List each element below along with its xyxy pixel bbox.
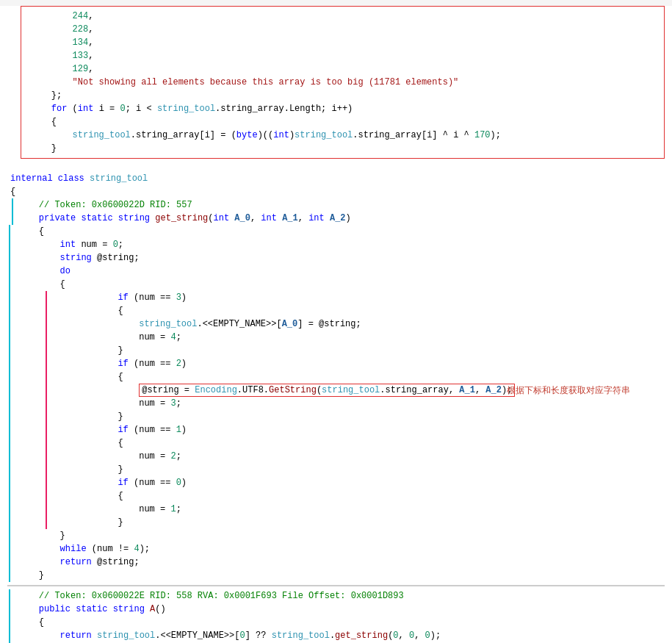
line: num = 2; [51, 450, 665, 463]
code-text: { [18, 278, 665, 291]
line: string_tool.string_array[i] = (byte)((in… [27, 129, 658, 142]
code-text: // Token: 0x0600022E RID: 558 RVA: 0x000… [18, 589, 665, 603]
line: { [7, 185, 665, 198]
line: public static string A() [15, 603, 665, 616]
line: } [51, 516, 665, 529]
line: 228, [27, 23, 658, 36]
line: if (num == 2) [51, 357, 665, 370]
line: }; [27, 89, 658, 102]
line: string @string; [15, 251, 665, 265]
code-text: private static string get_string(int A_0… [18, 213, 351, 223]
code-text: { [18, 225, 665, 238]
code-text: for (int i = 0; i < string_tool.string_a… [30, 102, 658, 115]
line: { [51, 437, 665, 450]
if-block-0: if (num == 0) { num = 1; } [46, 476, 665, 529]
code-text: num = 3; [54, 397, 665, 410]
code-text: if (num == 2) [54, 357, 665, 370]
line: if (num == 0) [51, 476, 665, 489]
if-block-2: if (num == 2) { @string = Encoding.UTF8.… [46, 357, 665, 423]
line: 129, [27, 62, 658, 76]
line: } [15, 569, 665, 582]
code-text: if (num == 1) [54, 423, 665, 437]
code-text: { [54, 304, 665, 317]
code-text: string_tool.string_array[i] = (byte)((in… [30, 129, 658, 142]
line: { [27, 115, 658, 129]
get-string-line-wrapper: @string = Encoding.UTF8.GetString(string… [51, 384, 665, 397]
code-text: { [10, 185, 665, 198]
code-text: } [30, 142, 658, 155]
top-red-box: 244, 228, 134, 133, 129, "Not showing al… [21, 6, 665, 159]
line: } [51, 344, 665, 357]
code-text: { [54, 437, 665, 450]
line: } [51, 410, 665, 423]
main-container: 244, 228, 134, 133, 129, "Not showing al… [0, 6, 672, 643]
code-text: } [18, 569, 665, 582]
if-block-1: if (num == 1) { num = 2; } [46, 423, 665, 476]
line: { [15, 278, 665, 291]
line: int num = 0; [15, 238, 665, 251]
code-text: // Token: 0x0600022D RID: 557 [18, 200, 192, 210]
line: 134, [27, 36, 658, 49]
code-text: string @string; [18, 251, 665, 265]
line: num = 4; [51, 331, 665, 344]
line: 133, [27, 49, 658, 62]
code-text: internal class string_tool [10, 172, 665, 185]
line: for (int i = 0; i < string_tool.string_a… [27, 102, 658, 115]
line: num = 3; [51, 397, 665, 410]
code-text: num = 2; [54, 450, 665, 463]
line: { [15, 616, 665, 629]
code-text: { [54, 489, 665, 503]
line: { [51, 304, 665, 317]
code-text: } [54, 463, 665, 476]
class-section: internal class string_tool { // Token: 0… [0, 170, 672, 643]
line: } [15, 529, 665, 542]
code-text: if (num == 3) [54, 291, 665, 304]
code-text: { [54, 370, 665, 384]
code-text: while (num != 4); [18, 542, 665, 556]
line: } [27, 142, 658, 155]
code-text: } [54, 516, 665, 529]
line: do [15, 265, 665, 278]
line: return @string; [15, 556, 665, 569]
code-text: // Token: 0x0600022D RID: 557 [12, 198, 192, 212]
line: private static string get_string(int A_0… [7, 212, 665, 225]
code-text: return @string; [18, 556, 665, 569]
code-text: { [30, 115, 658, 129]
code-text: }; [30, 89, 658, 102]
code-text: do [18, 265, 665, 278]
code-text: num = 1; [54, 503, 665, 516]
code-text: 228, [30, 23, 658, 36]
line: if (num == 3) [51, 291, 665, 304]
code-text: public static string A() [18, 603, 665, 616]
line: { [51, 489, 665, 503]
line: if (num == 1) [51, 423, 665, 437]
code-text: int num = 0; [18, 238, 665, 251]
if-block-2-wrapper: if (num == 2) { @string = Encoding.UTF8.… [15, 357, 665, 423]
line: 244, [27, 10, 658, 23]
code-text: 134, [30, 36, 658, 49]
line: { [51, 370, 665, 384]
code-text: 244, [30, 10, 658, 23]
code-text: if (num == 0) [54, 476, 665, 489]
line: { [15, 225, 665, 238]
code-text: 129, [30, 62, 658, 76]
code-text: } [54, 344, 665, 357]
code-text: } [18, 529, 665, 542]
method-body: { int num = 0; string @string; do { [9, 225, 665, 582]
code-text: 133, [30, 49, 658, 62]
line: while (num != 4); [15, 542, 665, 556]
code-text: { [18, 616, 665, 629]
code-text: string_tool.<<EMPTY_NAME>>[A_0] = @strin… [54, 317, 665, 331]
code-text: num = 4; [54, 331, 665, 344]
method-a-section: // Token: 0x0600022E RID: 558 RVA: 0x000… [9, 589, 665, 643]
line: "Not showing all elements because this a… [27, 76, 658, 89]
if-block-3: if (num == 3) { string_tool.<<EMPTY_NAME… [46, 291, 665, 357]
separator [7, 585, 665, 586]
line: num = 1; [51, 503, 665, 516]
code-text: return string_tool.<<EMPTY_NAME>>[0] ?? … [18, 629, 665, 642]
code-text: } [54, 410, 665, 423]
class-decl-line: internal class string_tool [7, 172, 665, 185]
line: // Token: 0x0600022D RID: 557 [7, 198, 665, 212]
code-text: "Not showing all elements because this a… [30, 76, 658, 89]
line: string_tool.<<EMPTY_NAME>>[A_0] = @strin… [51, 317, 665, 331]
